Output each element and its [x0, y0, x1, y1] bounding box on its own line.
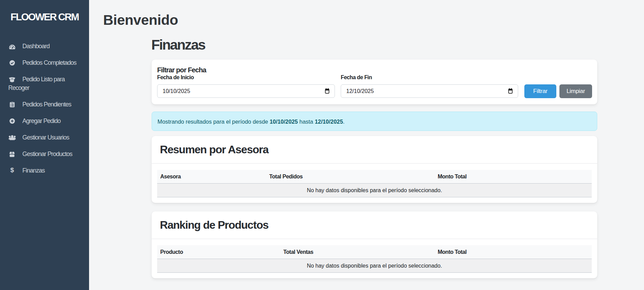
svg-text:$: $ [10, 167, 14, 174]
